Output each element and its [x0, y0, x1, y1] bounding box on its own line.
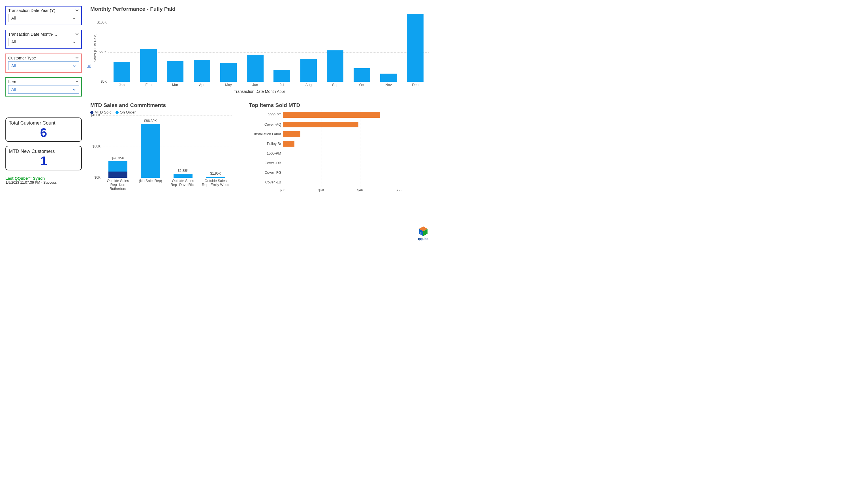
filter-value: All — [11, 63, 16, 68]
chart-title-top-items: Top Items Sold MTD — [249, 102, 429, 109]
hbar[interactable] — [283, 122, 359, 127]
bar-oct[interactable] — [353, 68, 370, 82]
hbar[interactable] — [283, 131, 300, 137]
x-category: (No SalesRep) — [136, 178, 165, 183]
y-category: 1500-PM — [267, 151, 283, 155]
bar-sep[interactable] — [327, 51, 343, 82]
bar-jul[interactable] — [274, 70, 290, 82]
x-category: Feb — [146, 82, 152, 87]
x-category: Mar — [172, 82, 178, 87]
data-label: $26.35K — [112, 156, 124, 160]
x-category: Outside Sales Rep- Dave Rich — [168, 178, 198, 187]
chart-title-mtd: MTD Sales and Commitments — [90, 102, 238, 109]
filter-label: Transaction Date Month-… — [8, 32, 79, 36]
filter-2: Customer TypeAll — [5, 54, 82, 73]
dashboard-page: Transaction Date Year (Y)AllTransaction … — [0, 0, 434, 244]
data-label: $86.39K — [144, 119, 157, 123]
filter-label: Item — [8, 80, 79, 84]
y-category: Cover -AQ — [265, 123, 283, 126]
kpi-value: 6 — [9, 126, 79, 140]
y-category: 2000-PT — [268, 113, 283, 117]
filter-select[interactable]: All — [8, 61, 79, 70]
kpi-value: 1 — [9, 154, 79, 168]
x-category: Apr — [199, 82, 205, 87]
filter-1: Transaction Date Month-…All — [5, 30, 82, 49]
y-category: Installation Labor — [254, 132, 283, 136]
top-items-chart[interactable]: $0K$2K$4K$6K2000-PTCover -AQInstallation… — [283, 110, 399, 193]
chevron-down-icon — [72, 40, 76, 43]
y-category: Cover -DB — [265, 161, 283, 165]
x-category: Jan — [119, 82, 125, 87]
y-category: Cover -FG — [265, 171, 283, 175]
chevron-down-icon — [72, 88, 76, 91]
chevron-down-icon[interactable] — [75, 56, 79, 60]
bar-dec[interactable] — [407, 14, 424, 82]
mtd-sales-section: MTD Sales and Commitments MTD Sold On Or… — [90, 102, 238, 193]
bar-feb[interactable] — [140, 49, 157, 82]
sidebar: Transaction Date Year (Y)AllTransaction … — [5, 6, 82, 241]
filter-label: Customer Type — [8, 56, 79, 60]
filter-label: Transaction Date Year (Y) — [8, 8, 79, 13]
bar-nov[interactable] — [380, 73, 397, 82]
x-axis-label: Transaction Date Month Abbr — [90, 89, 429, 94]
bar-jan[interactable] — [114, 62, 130, 82]
data-label: $6.38K — [178, 169, 188, 173]
sync-timestamp: 1/9/2023 11:07:36 PM - Success — [5, 181, 82, 185]
chart-title-monthly: Monthly Performance - Fully Paid — [90, 6, 429, 12]
filter-value: All — [11, 40, 16, 44]
x-category: Outside Sales Rep- Emily Wood — [201, 178, 230, 187]
filter-select[interactable]: All — [8, 14, 79, 22]
monthly-performance-chart[interactable]: $0K$50K$100KJanFebMarAprMayJunJulAugSepO… — [108, 14, 429, 82]
main-content: Monthly Performance - Fully Paid Sales (… — [90, 6, 429, 241]
filter-value: All — [11, 87, 16, 92]
filter-3: ItemAll — [5, 77, 82, 96]
y-category: Cover -LB — [265, 180, 283, 184]
bar-mar[interactable] — [167, 61, 183, 82]
bar-may[interactable] — [220, 63, 237, 82]
kpi-total-customer-count: Total Customer Count 6 — [5, 118, 82, 142]
chevron-down-icon[interactable] — [75, 80, 79, 84]
bar-on-order[interactable] — [174, 174, 192, 178]
hbar[interactable] — [283, 141, 294, 147]
x-category: Oct — [359, 82, 365, 87]
y-axis-label: Sales (Fully Paid) — [93, 33, 97, 62]
filter-select[interactable]: All — [8, 38, 79, 46]
bar-on-order[interactable] — [108, 161, 127, 172]
chevron-down-icon[interactable] — [75, 32, 79, 36]
x-category: Aug — [306, 82, 312, 87]
mtd-sales-chart[interactable]: $0K$50K$100K$26.35KOutside Sales Rep- Ku… — [102, 116, 232, 178]
hbar[interactable] — [283, 112, 380, 118]
x-category: Jul — [280, 82, 284, 87]
x-category: Sep — [332, 82, 338, 87]
chevron-down-icon — [72, 17, 76, 20]
qqube-logo: qqube — [418, 226, 429, 241]
chevron-down-icon — [72, 64, 76, 67]
bar-jun[interactable] — [247, 55, 263, 82]
kpi-label: MTD New Customers — [9, 149, 79, 154]
x-category: Dec — [412, 82, 418, 87]
bar-mtd-sold[interactable] — [108, 172, 127, 178]
kpi-mtd-new-customers: MTD New Customers 1 — [5, 146, 82, 170]
x-category: Nov — [385, 82, 392, 87]
logo-text: qqube — [418, 237, 429, 241]
filter-0: Transaction Date Year (Y)All — [5, 6, 82, 25]
top-items-section: Top Items Sold MTD $0K$2K$4K$6K2000-PTCo… — [249, 102, 429, 193]
sync-label: Last QQube™ Synch — [5, 176, 82, 181]
filter-value: All — [11, 16, 16, 20]
x-category: Jun — [252, 82, 258, 87]
chevron-down-icon[interactable] — [75, 8, 79, 12]
bar-apr[interactable] — [194, 60, 210, 82]
table-icon[interactable]: ▦ — [87, 64, 91, 68]
y-category: Pulley Br — [267, 142, 283, 146]
bar-on-order[interactable] — [141, 124, 160, 178]
filter-select[interactable]: All — [8, 85, 79, 94]
kpi-label: Total Customer Count — [9, 120, 79, 126]
data-label: $1.95K — [210, 172, 221, 176]
x-category: Outside Sales Rep- Kurt Rutherford — [103, 178, 133, 191]
x-category: May — [225, 82, 232, 87]
legend-item-on-order: On Order — [116, 110, 135, 114]
bar-aug[interactable] — [300, 59, 317, 82]
mtd-legend: MTD Sold On Order — [90, 110, 238, 114]
